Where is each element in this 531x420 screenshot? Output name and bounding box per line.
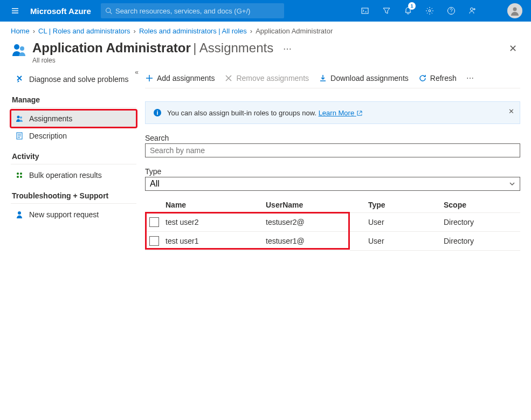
hamburger-icon [11,6,19,15]
add-assignments-button[interactable]: Add assignments [145,74,215,82]
download-icon [319,74,327,82]
row-checkbox[interactable] [149,236,159,246]
collapse-sidebar-button[interactable]: « [135,68,139,76]
sidebar-item-description[interactable]: Description [11,127,136,144]
sidebar-item-label: Bulk operation results [29,171,102,180]
remove-icon [224,74,233,82]
cell-type: User [368,218,384,226]
notifications-button[interactable]: 1 [397,0,419,22]
name-search-input[interactable] [145,143,520,157]
sidebar-item-label: New support request [29,210,99,219]
row-checkbox[interactable] [149,217,159,227]
close-blade-button[interactable]: ✕ [509,40,517,54]
sidebar-item-label: Assignments [29,114,72,123]
cell-name: test user2 [165,218,198,226]
cell-name: test user1 [165,237,198,245]
diagnose-icon [15,75,24,84]
type-select[interactable]: All [145,177,520,191]
assignments-table: Name UserName Type Scope test user2 test… [145,197,520,251]
page-section: | Assignments [193,40,273,55]
col-username[interactable]: UserName [266,201,368,209]
cell-type: User [368,237,384,245]
plus-icon [145,74,154,82]
sidebar-section-troubleshoot: Troubleshooting + Support [11,184,136,204]
sidebar-item-label: Diagnose and solve problems [29,75,128,84]
remove-assignments-button: Remove assignments [224,74,309,82]
toolbar-more-button[interactable]: ⋯ [466,74,474,82]
breadcrumb-current: Application Administrator [256,27,333,35]
info-banner: i You can also assign built-in roles to … [145,101,520,124]
filter-icon [382,6,391,15]
description-icon [15,132,24,140]
banner-link[interactable]: Learn More [319,109,363,117]
svg-text:i: i [156,109,158,116]
sidebar-item-support[interactable]: New support request [11,206,136,223]
breadcrumb-roles[interactable]: CL | Roles and administrators [38,27,130,35]
sidebar-item-diagnose[interactable]: Diagnose and solve problems [11,71,136,88]
svg-point-5 [471,8,473,11]
refresh-button[interactable]: Refresh [418,74,457,82]
bulk-icon [15,171,24,180]
page-subtitle: All roles [32,57,273,64]
brand-label[interactable]: Microsoft Azure [26,6,101,16]
role-icon [11,42,28,59]
sidebar-section-activity: Activity [11,144,136,164]
search-icon [105,7,112,15]
table-row[interactable]: test user2 testuser2@ User Directory [145,213,520,232]
search-input[interactable] [115,7,280,15]
table-body: test user2 testuser2@ User Directory tes… [145,213,520,251]
breadcrumb-home[interactable]: Home [11,27,30,35]
svg-point-6 [513,8,517,11]
toolbar-label: Remove assignments [236,74,309,82]
svg-point-8 [20,46,24,51]
account-avatar[interactable] [507,3,522,18]
svg-point-3 [429,10,431,12]
svg-rect-2 [362,8,368,13]
breadcrumb: Home › CL | Roles and administrators › R… [0,22,531,38]
help-button[interactable] [440,0,462,22]
svg-line-1 [110,12,112,13]
cloud-shell-icon [361,6,369,15]
assignments-icon [15,114,24,123]
sidebar-item-bulk[interactable]: Bulk operation results [11,167,136,184]
header-more-button[interactable]: ⋯ [283,40,292,54]
table-row[interactable]: test user1 testuser1@ User Directory [145,232,520,251]
info-icon: i [153,108,162,117]
svg-point-7 [14,44,19,50]
col-scope[interactable]: Scope [444,201,520,209]
col-type[interactable]: Type [368,201,444,209]
global-search[interactable] [101,3,284,18]
directories-button[interactable] [376,0,397,22]
svg-point-9 [17,116,20,119]
external-link-icon [356,110,363,116]
gear-icon [425,6,434,15]
table-header: Name UserName Type Scope [145,197,520,213]
toolbar-label: Add assignments [157,74,215,82]
banner-close-button[interactable]: ✕ [508,107,514,115]
sidebar-item-assignments[interactable]: Assignments [11,110,136,127]
breadcrumb-allroles[interactable]: Roles and administrators | All roles [139,27,247,35]
cloud-shell-button[interactable] [354,0,376,22]
col-name[interactable]: Name [163,201,266,209]
topbar-right: 1 [354,0,527,22]
refresh-icon [418,74,427,82]
banner-text: You can also assign built-in roles to gr… [167,109,363,117]
download-assignments-button[interactable]: Download assignments [319,74,409,82]
feedback-button[interactable] [462,0,484,22]
help-icon [447,6,456,15]
feedback-icon [468,6,477,15]
cell-username: testuser1@ [266,237,305,245]
toolbar-label: Refresh [430,74,457,82]
svg-point-12 [17,173,19,175]
chevron-down-icon [509,181,515,187]
type-select-value: All [150,179,160,189]
page-header: Application Administrator | Assignments … [0,38,531,71]
main-panel: Add assignments Remove assignments Downl… [143,71,531,251]
hamburger-menu[interactable] [4,6,26,15]
svg-point-16 [18,211,21,215]
sidebar-section-manage: Manage [11,88,136,108]
breadcrumb-separator: › [33,27,35,35]
cell-username: testuser2@ [266,218,305,226]
svg-point-14 [17,176,19,178]
settings-button[interactable] [419,0,440,22]
